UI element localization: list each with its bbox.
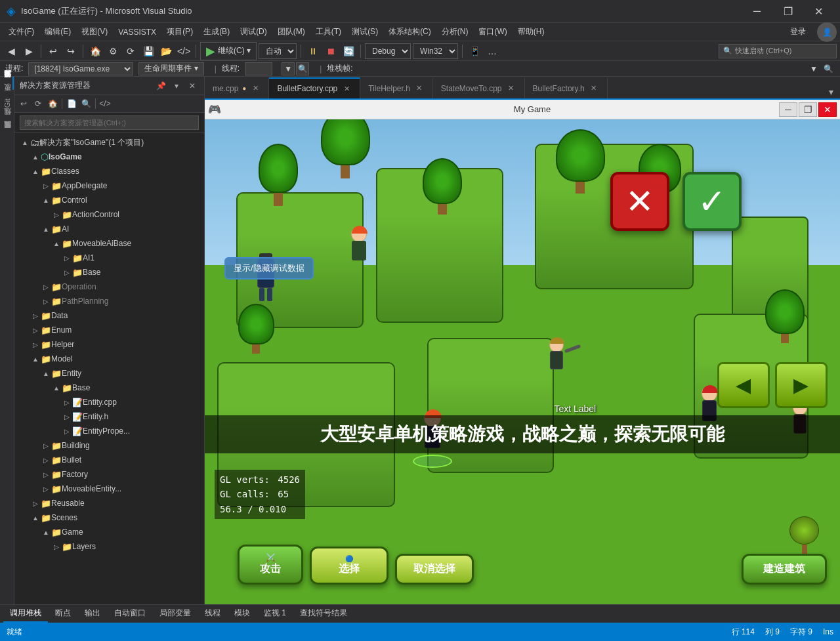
tab-close-button[interactable]: ✕ [341,83,352,94]
menu-project[interactable]: 项目(P) [161,23,198,41]
menu-build[interactable]: 生成(B) [198,23,235,41]
vert-tab-properties[interactable]: 属性 [0,114,14,127]
quick-launch-input[interactable]: 🔍 快速启动 (Ctrl+Q) [719,44,837,58]
solution-search-input[interactable] [20,115,199,130]
cancel-select-button[interactable]: 取消选择 [395,554,474,585]
menu-edit[interactable]: 编辑(E) [39,23,76,41]
panel-menu-button[interactable]: ▾ [170,79,183,93]
isogame-project[interactable]: ▲ ⬡ IsoGame [14,150,204,164]
status-tab-locals[interactable]: 局部变量 [153,605,198,623]
model-folder[interactable]: ▲ 📁 Model [14,352,204,366]
entity-folder[interactable]: ▲ 📁 Entity [14,366,204,381]
continue-button[interactable]: ▶ 继续(C) ▾ [200,42,257,60]
pause-button[interactable]: ⏸ [305,43,321,59]
more-button[interactable]: … [484,43,500,59]
stop-button[interactable]: ⏹ [323,43,339,59]
platform-dropdown[interactable]: Win32 [413,43,458,59]
layers-folder[interactable]: ▷ 📁 Layers [14,539,204,554]
status-tab-threads[interactable]: 线程 [198,605,227,623]
game-folder[interactable]: ▲ 📁 Game [14,525,204,539]
close-button[interactable]: ✕ [804,0,833,23]
vert-tab-git[interactable]: Git 更改 [0,90,14,114]
solution-tool-4[interactable]: 📄 [65,97,78,110]
entity-base-folder[interactable]: ▲ 📁 Base [14,381,204,395]
debug-dropdown[interactable]: Debug [365,43,411,59]
entity-h-item[interactable]: ▷ 📝 Entity.h [14,409,204,424]
solution-tool-3[interactable]: 🏠 [46,97,59,110]
appdelegate-item[interactable]: ▷ 📁 AppDelegate [14,178,204,193]
open-button[interactable]: 📂 [158,43,174,59]
solution-tool-5[interactable]: 🔍 [79,97,93,110]
redo-button[interactable]: ↪ [63,43,79,59]
solution-tool-2[interactable]: ⟳ [32,97,45,110]
debug-toggle-button[interactable]: 显示/隐藏调试数据 [224,257,314,279]
restart-button[interactable]: 🔄 [341,43,356,59]
select-button[interactable]: 🔵 选择 [310,547,388,585]
status-tab-output[interactable]: 输出 [78,605,107,623]
tab-list-button[interactable]: ▾ [824,85,837,98]
refresh-button[interactable]: ⟳ [123,43,138,59]
factory-folder[interactable]: ▷ 📁 Factory [14,467,204,482]
proc-icon-1[interactable]: ▼ [807,62,820,75]
thread-input[interactable] [245,62,272,75]
auto-dropdown[interactable]: 自动 [259,43,297,59]
game-close-button[interactable]: ✕ [818,102,837,117]
thread-btn-2[interactable]: 🔍 [296,62,309,75]
solution-tool-6[interactable]: </> [98,97,112,110]
moveableaibase-folder[interactable]: ▲ 📁 MoveableAiBase [14,236,204,251]
x-button[interactable]: ✕ [610,172,669,231]
proc-icon-2[interactable]: 🔍 [822,62,835,75]
tab-close-button[interactable]: ✕ [250,83,261,94]
panel-pin-button[interactable]: 📌 [154,79,167,93]
menu-team[interactable]: 团队(M) [272,23,310,41]
status-tab-modules[interactable]: 模块 [228,605,257,623]
actioncontrol-item[interactable]: ▷ 📁 ActionControl [14,207,204,222]
menu-debug[interactable]: 调试(D) [235,23,272,41]
vert-tab-team[interactable]: 团队资源管理器 [0,127,14,140]
menu-vassistx[interactable]: VASSISTX [113,23,161,41]
menu-view[interactable]: 视图(V) [76,23,113,41]
menu-analyze[interactable]: 分析(N) [436,23,474,41]
lifecycle-dropdown[interactable]: 生命周期事件 ▾ [138,62,203,75]
save-button[interactable]: 💾 [140,43,156,59]
panel-close-button[interactable]: ✕ [186,79,199,93]
tab-bulletfactory-cpp[interactable]: BulletFactory.cpp ✕ [269,77,360,98]
entityprope-item[interactable]: ▷ 📝 EntityPrope... [14,424,204,438]
device-button[interactable]: 📱 [467,43,482,59]
menu-window[interactable]: 窗口(W) [473,23,512,41]
tab-close-button[interactable]: ✕ [589,83,599,94]
status-tab-autowindow[interactable]: 自动窗口 [108,605,152,623]
back-button[interactable]: ◀ [3,43,19,59]
ai1-item[interactable]: ▷ 📁 AI1 [14,251,204,265]
user-avatar[interactable]: 👤 [817,22,837,42]
forward-button[interactable]: ▶ [21,43,37,59]
status-tab-watch1[interactable]: 监视 1 [257,605,293,623]
menu-file[interactable]: 文件(F) [3,23,39,41]
settings-button[interactable]: ⚙ [105,43,121,59]
tab-me-cpp[interactable]: me.cpp ● ✕ [205,77,269,98]
status-tab-breakpoints[interactable]: 断点 [49,605,77,623]
entity-cpp-item[interactable]: ▷ 📝 Entity.cpp [14,395,204,409]
tab-tilehelper-h[interactable]: TileHelper.h ✕ [360,77,433,98]
menu-architecture[interactable]: 体系结构(C) [383,23,436,41]
home-button[interactable]: 🏠 [87,43,103,59]
scenes-folder[interactable]: ▲ 📁 Scenes [14,510,204,525]
tab-close-button[interactable]: ✕ [414,83,425,94]
restore-button[interactable]: ❐ [773,0,803,23]
tab-bulletfactory-h[interactable]: BulletFactory.h ✕ [525,77,608,98]
login-button[interactable]: 登录 [782,25,814,39]
bullet-folder[interactable]: ▷ 📁 Bullet [14,453,204,467]
moveableentity-folder[interactable]: ▷ 📁 MoveableEntity... [14,482,204,496]
solution-tool-1[interactable]: ↩ [17,97,30,110]
code-view-button[interactable]: </> [176,43,192,59]
game-minimize-button[interactable]: ─ [779,102,797,117]
thread-btn-1[interactable]: ▼ [282,62,295,75]
pathplanning-folder[interactable]: ▷ 📁 PathPlanning [14,294,204,308]
check-button[interactable]: ✓ [682,172,742,231]
build-button[interactable]: 建造建筑 [742,554,827,585]
building-folder[interactable]: ▷ 📁 Building [14,438,204,453]
solution-root[interactable]: ▲ 🗂 解决方案"IsoGame"(1 个项目) [14,135,204,150]
operation-folder[interactable]: ▷ 📁 Operation [14,279,204,294]
game-restore-button[interactable]: ❐ [799,102,817,117]
menu-test[interactable]: 测试(S) [346,23,383,41]
